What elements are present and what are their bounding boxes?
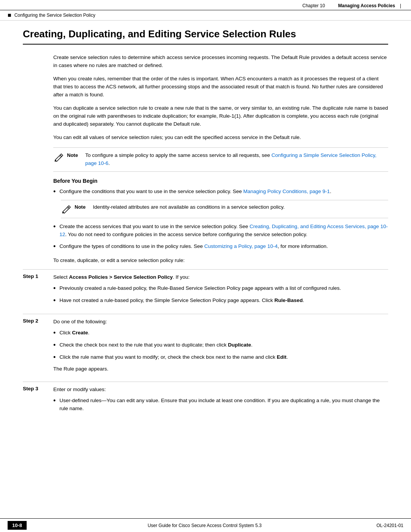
bullet-3-link[interactable]: Customizing a Policy, page 10-4: [204, 243, 278, 249]
step-3-content: Enter or modify values: User-defined rul…: [53, 386, 388, 417]
page-subheader: ■ Configuring the Service Selection Poli…: [0, 10, 411, 21]
step-2-bullet-3-text: Click the rule name that you want to mod…: [59, 353, 388, 361]
content-area: Creating, Duplicating, and Editing Servi…: [0, 21, 411, 518]
pencil-icon-2: [61, 204, 72, 215]
step-3-bullet-1-text: User-defined rules—You can edit any valu…: [59, 397, 388, 413]
page-title: Creating, Duplicating, and Editing Servi…: [23, 28, 388, 45]
step-intro: To create, duplicate, or edit a service …: [53, 257, 388, 265]
step-2-row: Step 2 Do one of the following: Click Cr…: [23, 314, 388, 376]
header-section: Managing Access Policies: [338, 3, 395, 8]
step-2-content: Do one of the following: Click Create. C…: [53, 318, 388, 376]
list-item-2: Create the access services that you want…: [53, 223, 388, 239]
bullet-2-after: . You do not need to configure policies …: [65, 232, 307, 237]
step-1-bullet-1-text: Previously created a rule-based policy, …: [59, 284, 388, 292]
create-bold: Create: [72, 330, 88, 335]
footer-right-text: OL-24201-01: [376, 523, 403, 528]
bullet-1-link[interactable]: Managing Policy Conditions, page 9-1: [243, 189, 330, 194]
duplicate-bold: Duplicate: [228, 342, 251, 348]
bullet-3-before: Configure the types of conditions to use…: [59, 243, 204, 249]
svg-line-1: [67, 208, 68, 209]
step-2-bullet-2-text: Check the check box next to the rule tha…: [59, 341, 388, 349]
before-you-begin-section: Before You Begin Configure the condition…: [53, 178, 388, 251]
step-3-label: Step 3: [23, 386, 53, 391]
bullet-3-text: Configure the types of conditions to use…: [59, 243, 388, 251]
note-1-content: To configure a simple policy to apply th…: [85, 152, 388, 168]
page-footer: 10-8 User Guide for Cisco Secure Access …: [0, 518, 411, 532]
step-3-intro: Enter or modify values:: [53, 386, 388, 394]
svg-line-0: [59, 156, 61, 157]
list-item-3: Configure the types of conditions to use…: [53, 243, 388, 251]
note-2-content: Identity-related attributes are not avai…: [93, 203, 388, 211]
header-separator: [331, 3, 335, 8]
header-pipe: |: [399, 3, 401, 8]
note-icon-1: [53, 152, 67, 163]
note-2-text: Identity-related attributes are not avai…: [93, 204, 285, 210]
step-2-bullets: Click Create. Check the check box next t…: [53, 329, 388, 361]
footer-center-text: User Guide for Cisco Secure Access Contr…: [33, 523, 376, 528]
bullet-1-text: Configure the conditions that you want t…: [59, 188, 388, 196]
page-wrapper: Chapter 10 Managing Access Policies | ■ …: [0, 0, 411, 532]
note-1-text-before: To configure a simple policy to apply th…: [85, 152, 271, 158]
bullet-1-after: .: [330, 189, 331, 194]
bullet-2-before: Create the access services that you want…: [59, 224, 250, 229]
steps-section: Step 1 Select Access Policies > Service …: [23, 269, 388, 417]
note-box-2: Note Identity-related attributes are not…: [61, 200, 388, 218]
step-1-rule-based-bold: Rule-Based: [274, 297, 303, 303]
edit-bold: Edit: [277, 354, 287, 360]
step-1-text: Select Access Policies > Service Selecti…: [53, 273, 388, 281]
breadcrumb: Configuring the Service Selection Policy: [14, 13, 96, 18]
intro-p1: Create service selection rules to determ…: [53, 54, 388, 70]
step-3-bullet-1: User-defined rules—You can edit any valu…: [53, 397, 388, 413]
note-1-text-after: .: [108, 160, 110, 166]
chapter-text: Chapter 10: [303, 3, 325, 8]
step-2-label: Step 2: [23, 318, 53, 324]
step-2-bullet-1: Click Create.: [53, 329, 388, 337]
intro-section: Create service selection rules to determ…: [53, 54, 388, 141]
subheader-bullet-icon: ■: [8, 12, 11, 19]
step-1-row: Step 1 Select Access Policies > Service …: [23, 269, 388, 308]
step-2-intro: Do one of the following:: [53, 318, 388, 326]
note-1-label: Note: [67, 152, 82, 158]
step-3-row: Step 3 Enter or modify values: User-defi…: [23, 382, 388, 417]
pencil-icon-1: [53, 152, 64, 163]
note-icon-2: [61, 203, 75, 215]
step-1-bold: Access Policies > Service Selection Poli…: [69, 274, 173, 280]
step-3-bullets: User-defined rules—You can edit any valu…: [53, 397, 388, 413]
before-begin-list: Configure the conditions that you want t…: [53, 188, 388, 196]
before-begin-list-2: Create the access services that you want…: [53, 223, 388, 251]
note-2-label: Note: [75, 203, 90, 210]
step-2-after: The Rule page appears.: [53, 365, 388, 373]
note-box-1: Note To configure a simple policy to app…: [53, 147, 388, 172]
step-2-bullet-2: Check the check box next to the rule tha…: [53, 341, 388, 350]
intro-p3: You can duplicate a service selection ru…: [53, 104, 388, 128]
step-1-bullet-2-text: Have not created a rule-based policy, th…: [59, 297, 388, 305]
step-1-bullets: Previously created a rule-based policy, …: [53, 284, 388, 305]
intro-p4: You can edit all values of service selec…: [53, 134, 388, 142]
page-header: Chapter 10 Managing Access Policies |: [0, 0, 411, 10]
footer-page-number: 10-8: [8, 521, 27, 530]
step-1-label: Step 1: [23, 273, 53, 279]
intro-p2: When you create rules, remember that the…: [53, 75, 388, 99]
bullet-1-before: Configure the conditions that you want t…: [59, 189, 243, 194]
bullet-2-text: Create the access services that you want…: [59, 223, 388, 239]
step-1-content: Select Access Policies > Service Selecti…: [53, 273, 388, 308]
step-2-bullet-1-text: Click Create.: [59, 329, 388, 337]
step-1-bullet-1: Previously created a rule-based policy, …: [53, 284, 388, 293]
step-1-bullet-2: Have not created a rule-based policy, th…: [53, 297, 388, 305]
header-chapter-label: Chapter 10 Managing Access Policies |: [300, 3, 404, 8]
list-item-1: Configure the conditions that you want t…: [53, 188, 388, 196]
before-begin-heading: Before You Begin: [53, 178, 388, 184]
bullet-3-after: , for more information.: [277, 243, 328, 249]
step-2-bullet-3: Click the rule name that you want to mod…: [53, 353, 388, 362]
